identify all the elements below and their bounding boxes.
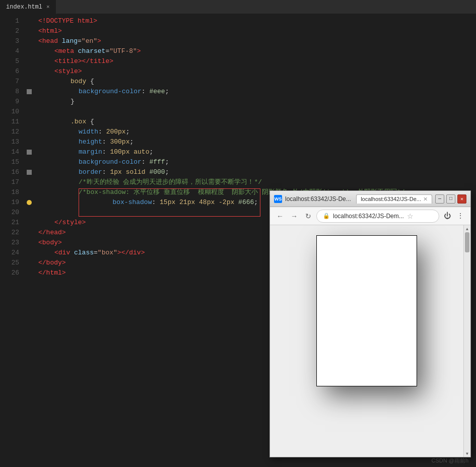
code-line-14: margin: 100px auto; (34, 147, 476, 157)
browser-body: ▲ ▼ (270, 225, 470, 457)
webstorm-icon: WS (274, 195, 282, 203)
indicator-column (24, 14, 34, 467)
line-num-24: 24 (0, 248, 19, 258)
code-line-8: background-color: #eee; (34, 87, 476, 97)
line-num-25: 25 (0, 258, 19, 268)
scroll-thumb[interactable] (465, 232, 469, 252)
code-line-6: <style> (34, 66, 476, 77)
code-line-4: <meta charset="UTF-8"> (34, 46, 476, 56)
scroll-track (464, 232, 470, 450)
line-num-11: 11 (0, 117, 19, 127)
browser-scrollbar[interactable]: ▲ ▼ (463, 225, 470, 457)
line-num-7: 7 (0, 77, 19, 87)
code-line-16: border: 1px solid #000; (34, 167, 476, 177)
lightbulb-indicator-19 (27, 200, 32, 205)
code-line-11: .box { (34, 117, 476, 127)
line-num-3: 3 (0, 36, 19, 46)
line-num-21: 21 (0, 218, 19, 228)
line-num-10: 10 (0, 107, 19, 117)
bookmark-icon[interactable]: ☆ (407, 212, 414, 220)
address-text: localhost:63342/JS-Dem... (333, 213, 404, 220)
line-num-14: 14 (0, 147, 19, 157)
browser-back-button[interactable]: ← (274, 210, 286, 222)
code-line-5: <title></title> (34, 56, 476, 66)
code-line-7: body { (34, 77, 476, 87)
line-num-19: 19 (0, 197, 19, 208)
code-line-12: width: 200px; (34, 127, 476, 137)
breakpoint-indicator-16 (27, 170, 32, 175)
browser-maximize-button[interactable]: □ (446, 194, 455, 204)
line-numbers-gutter: 1 2 3 4 5 6 7 8 9 10 11 12 13 14 15 16 1… (0, 14, 24, 467)
line-num-20: 20 (0, 208, 19, 218)
line-num-23: 23 (0, 238, 19, 248)
browser-tab-close[interactable]: ✕ (423, 196, 428, 203)
browser-toolbar-icons: ⏻ ⋮ (441, 210, 466, 222)
more-options-icon[interactable]: ⋮ (454, 210, 466, 222)
line-num-9: 9 (0, 97, 19, 107)
tab-close-button[interactable]: × (46, 4, 50, 10)
browser-titlebar: WS localhost:63342/JS-De... localhost:63… (270, 191, 470, 207)
line-num-12: 12 (0, 127, 19, 137)
lock-icon: 🔒 (323, 213, 330, 219)
browser-content (270, 225, 463, 457)
code-line-3: <head lang="en"> (34, 36, 476, 46)
browser-title-text: WS localhost:63342/JS-De... (274, 195, 353, 203)
line-num-15: 15 (0, 157, 19, 167)
file-tab[interactable]: index.html × (0, 0, 56, 14)
code-line-17: /*昨天的经验 会成为明天进步的障碍，所以需要不断学习！*/ (34, 177, 476, 187)
line-num-26: 26 (0, 268, 19, 278)
tab-bar: index.html × (0, 0, 476, 14)
browser-title-label: localhost:63342/JS-De... (285, 195, 351, 203)
line-num-5: 5 (0, 56, 19, 66)
box-shadow-highlight: box-shadow: 15px 21px 48px -2px #666; (79, 188, 260, 217)
browser-forward-button[interactable]: → (288, 210, 300, 222)
line-num-2: 2 (0, 26, 19, 36)
code-line-1: <!DOCTYPE html> (34, 16, 476, 26)
line-num-18: 18 (0, 187, 19, 197)
watermark: CSDN @雨前h (431, 457, 468, 464)
tab-filename: index.html (6, 4, 42, 11)
line-num-16: 16 (0, 167, 19, 177)
browser-tab-label: localhost:63342/JS-De... (361, 196, 421, 202)
line-num-1: 1 (0, 16, 19, 26)
code-line-2: <html> (34, 26, 476, 36)
scroll-down-button[interactable]: ▼ (464, 450, 470, 457)
editor-container: 1 2 3 4 5 6 7 8 9 10 11 12 13 14 15 16 1… (0, 14, 476, 467)
line-num-8: 8 (0, 87, 19, 97)
browser-minimize-button[interactable]: — (435, 194, 444, 204)
browser-close-button[interactable]: ✕ (457, 194, 466, 204)
line-num-13: 13 (0, 137, 19, 147)
breakpoint-indicator-8 (27, 89, 32, 94)
line-num-22: 22 (0, 228, 19, 238)
scroll-up-button[interactable]: ▲ (464, 225, 470, 232)
browser-reload-button[interactable]: ↻ (302, 210, 314, 222)
browser-window-controls: — □ ✕ (435, 194, 466, 204)
code-line-13: height: 300px; (34, 137, 476, 147)
line-num-6: 6 (0, 66, 19, 77)
code-line-9: } (34, 97, 476, 107)
address-bar[interactable]: 🔒 localhost:63342/JS-Dem... ☆ (316, 210, 439, 223)
code-line-10 (34, 107, 476, 117)
browser-toolbar: ← → ↻ 🔒 localhost:63342/JS-Dem... ☆ ⏻ ⋮ (270, 207, 470, 225)
browser-tab[interactable]: localhost:63342/JS-De... ✕ (356, 194, 432, 204)
breakpoint-indicator-14 (27, 150, 32, 155)
demo-box (316, 235, 417, 386)
browser-window: WS localhost:63342/JS-De... localhost:63… (269, 190, 471, 457)
power-icon[interactable]: ⏻ (441, 210, 453, 222)
watermark-text: CSDN @雨前h (431, 457, 468, 463)
code-line-15: background-color: #fff; (34, 157, 476, 167)
line-num-4: 4 (0, 46, 19, 56)
line-num-17: 17 (0, 177, 19, 187)
